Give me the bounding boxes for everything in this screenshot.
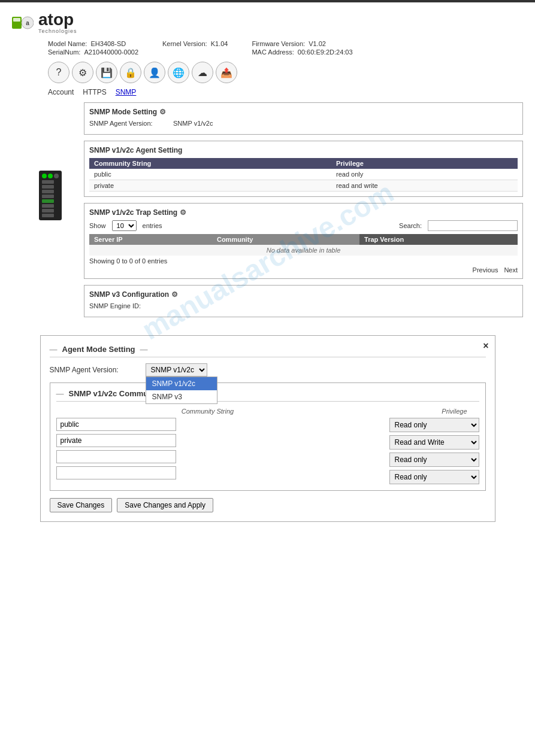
logo: a atop Technologies (12, 11, 77, 34)
logo-icon: a (12, 12, 34, 34)
snmp-trap-title: SNMP v1/v2c Trap Setting ⚙ (89, 208, 518, 217)
privilege-select-1[interactable]: Read onlyRead and Write (389, 435, 479, 450)
mac-address: MAC Address: 00:60:E9:2D:24:03 (252, 48, 352, 56)
trap-header-trap-version: Trap Version (359, 234, 518, 245)
agent-table-header-community: Community String (89, 158, 331, 169)
search-input[interactable] (428, 220, 518, 231)
port-slot (42, 195, 54, 198)
snmp-trap-setting-section: SNMP v1/v2c Trap Setting ⚙ Show 10 25 50… (84, 203, 523, 279)
version-select-wrapper: SNMP v1/v2c SNMP v3 SNMP v1/v2c SNMP v3 (146, 363, 207, 377)
modal-agent-mode-section: Agent Mode Setting SNMP Agent Version: S… (50, 345, 486, 377)
dropdown-item-v1v2c[interactable]: SNMP v1/v2c (146, 377, 217, 390)
modal-community-title: SNMP v1/v2c Community (56, 389, 479, 402)
port-dot (54, 174, 59, 178)
tab-snmp[interactable]: SNMP (116, 88, 137, 96)
agent-version-row: SNMP Agent Version: SNMP v1/v2c (89, 120, 518, 127)
pagination: Previous Next (89, 266, 518, 274)
privilege-cell: read and write (331, 180, 518, 192)
tab-https[interactable]: HTTPS (83, 88, 106, 96)
trap-gear-icon: ⚙ (180, 208, 186, 217)
modal-dialog: × Agent Mode Setting SNMP Agent Version:… (40, 335, 495, 522)
device-info: Model Name: EH3408-SD SerialNum: A210440… (48, 40, 523, 56)
agent-version-label: SNMP Agent Version: (89, 120, 167, 127)
agent-table-row: privateread and write (89, 180, 518, 192)
serial-num: SerialNum: A210440000-0002 (48, 48, 138, 56)
user-icon-btn[interactable]: 👤 (144, 62, 165, 83)
agent-version-value: SNMP v1/v2c (173, 120, 213, 127)
snmp-agent-setting-section: SNMP v1/v2c Agent Setting Community Stri… (84, 141, 523, 197)
engine-id-label: SNMP Engine ID: (89, 302, 167, 309)
port-dot (42, 174, 47, 178)
lock-icon-btn[interactable]: 🔒 (120, 62, 141, 83)
version-dropdown: SNMP v1/v2c SNMP v3 (146, 377, 217, 404)
showing-text: Showing 0 to 0 of 0 entries (89, 257, 518, 265)
tab-account[interactable]: Account (48, 88, 74, 96)
privilege-select-2[interactable]: Read onlyRead and Write (389, 453, 479, 467)
modal-agent-mode-title: Agent Mode Setting (50, 345, 486, 357)
help-icon-btn[interactable]: ? (48, 62, 69, 83)
agent-table: Community String Privilege publicread on… (89, 158, 518, 192)
modal-community-section: SNMP v1/v2c Community Community String P… (50, 382, 486, 491)
trap-table: Server IP Community Trap Version No data… (89, 234, 518, 256)
community-string-header: Community String (56, 408, 359, 415)
save-changes-button[interactable]: Save Changes (50, 498, 113, 512)
snmp-v3-title: SNMP v3 Configuration ⚙ (89, 290, 518, 299)
svg-rect-1 (13, 18, 20, 22)
snmp-mode-title: SNMP Mode Setting ⚙ (89, 108, 518, 116)
snmp-v3-section: SNMP v3 Configuration ⚙ SNMP Engine ID: (84, 285, 523, 317)
trap-header-server-ip: Server IP (89, 234, 212, 245)
main-content: SNMP Mode Setting ⚙ SNMP Agent Version: … (84, 102, 523, 317)
port-dot (48, 174, 53, 178)
svg-text:a: a (26, 20, 29, 26)
port-slot (42, 190, 54, 193)
community-string-col: Community String (56, 408, 359, 479)
community-cell: private (89, 180, 331, 192)
header: a atop Technologies Model Name: EH3408-S… (0, 2, 535, 102)
community-input-0[interactable] (56, 418, 176, 431)
modal-agent-version-label: SNMP Agent Version: (50, 366, 140, 374)
search-label: Search: (399, 222, 422, 229)
port-slot (42, 214, 54, 217)
trap-header-community: Community (212, 234, 359, 245)
modal-agent-version-row: SNMP Agent Version: SNMP v1/v2c SNMP v3 … (50, 363, 486, 377)
port-slot (42, 204, 54, 208)
privilege-cell: read only (331, 169, 518, 180)
privilege-selects: Read onlyRead and WriteRead onlyRead and… (371, 418, 479, 484)
firmware-version: Firmware Version: V1.02 (252, 40, 352, 47)
snmp-version-select[interactable]: SNMP v1/v2c SNMP v3 (146, 363, 207, 377)
port-slot (42, 209, 54, 212)
port-sidebar (39, 171, 62, 220)
community-input-2[interactable] (56, 450, 176, 463)
export-icon-btn[interactable]: 📤 (216, 62, 237, 83)
port-slot (42, 180, 54, 184)
community-inputs (56, 418, 359, 479)
tools-icon-btn[interactable]: ⚙ (72, 62, 93, 83)
network-icon-btn[interactable]: 🌐 (168, 62, 189, 83)
logo-sub: Technologies (38, 28, 77, 34)
no-data-cell: No data available in table (89, 245, 518, 256)
logo-area: a atop Technologies (12, 11, 523, 34)
community-input-1[interactable] (56, 434, 176, 447)
next-link[interactable]: Next (504, 266, 518, 274)
port-slot (42, 185, 54, 189)
engine-id-row: SNMP Engine ID: (89, 302, 518, 309)
cloud-icon-btn[interactable]: ☁ (192, 62, 213, 83)
agent-table-header-privilege: Privilege (331, 158, 518, 169)
dropdown-item-v3[interactable]: SNMP v3 (146, 390, 217, 403)
previous-link[interactable]: Previous (473, 266, 498, 274)
save-icon-btn[interactable]: 💾 (96, 62, 117, 83)
trap-controls: Show 10 25 50 entries Search: (89, 220, 518, 231)
modal-close-button[interactable]: × (483, 341, 488, 351)
entries-label: entries (143, 222, 162, 229)
privilege-select-0[interactable]: Read onlyRead and Write (389, 418, 479, 432)
community-input-3[interactable] (56, 466, 176, 479)
show-entries-select[interactable]: 10 25 50 (112, 220, 137, 231)
save-and-apply-button[interactable]: Save Changes and Apply (117, 498, 213, 512)
privilege-select-3[interactable]: Read onlyRead and Write (389, 470, 479, 484)
logo-text: atop (38, 11, 77, 28)
model-name: Model Name: EH3408-SD (48, 40, 138, 47)
show-label: Show (89, 222, 106, 229)
port-slot-active (42, 199, 54, 203)
kernel-version: Kernel Version: K1.04 (162, 40, 228, 47)
privilege-col: Privilege Read onlyRead and WriteRead on… (371, 408, 479, 484)
